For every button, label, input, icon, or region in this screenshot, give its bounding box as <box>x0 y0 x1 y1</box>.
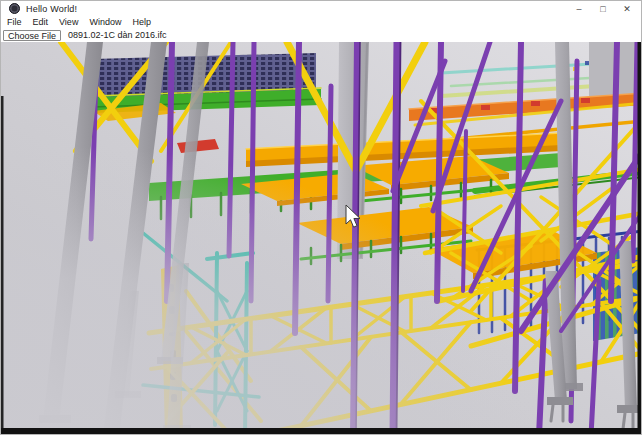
menu-file[interactable]: File <box>7 17 22 27</box>
window-controls: – □ ✕ <box>567 1 639 16</box>
menu-help[interactable]: Help <box>132 17 151 27</box>
menu-view[interactable]: View <box>59 17 78 27</box>
window-title: Hello World! <box>26 4 77 14</box>
menu-bar: File Edit View Window Help <box>1 16 641 28</box>
loaded-file-name: 0891.02-1C dàn 2016.ifc <box>68 30 167 40</box>
close-button[interactable]: ✕ <box>615 1 639 16</box>
steel-structure-scene <box>1 42 642 435</box>
maximize-button[interactable]: □ <box>591 1 615 16</box>
app-icon <box>9 3 20 14</box>
menu-window[interactable]: Window <box>89 17 121 27</box>
file-toolbar: Choose File 0891.02-1C dàn 2016.ifc <box>1 28 641 42</box>
choose-file-button[interactable]: Choose File <box>3 30 61 41</box>
minimize-button[interactable]: – <box>567 1 591 16</box>
model-viewport[interactable] <box>1 42 642 435</box>
menu-edit[interactable]: Edit <box>33 17 49 27</box>
title-bar: Hello World! – □ ✕ <box>1 1 641 16</box>
app-window: Hello World! – □ ✕ File Edit View Window… <box>0 0 642 435</box>
depth-fog <box>1 42 642 435</box>
